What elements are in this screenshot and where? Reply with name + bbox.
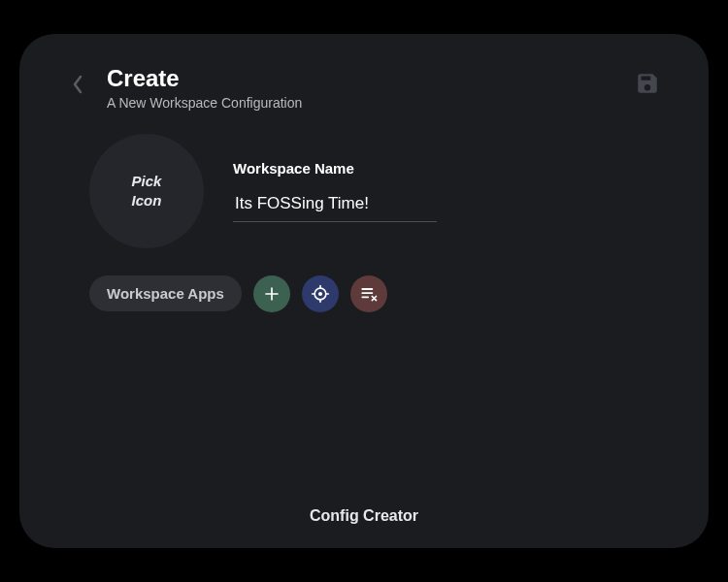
page-title: Create: [107, 65, 617, 93]
icon-picker[interactable]: PickIcon: [89, 134, 204, 248]
workspace-name-label: Workspace Name: [233, 160, 437, 177]
add-app-button[interactable]: [253, 275, 290, 312]
crosshair-icon: [311, 284, 330, 304]
list-remove-icon: [359, 284, 379, 304]
page-subtitle: A New Workspace Configuration: [107, 95, 617, 111]
workspace-name-input[interactable]: [233, 188, 437, 222]
footer-label: Config Creator: [66, 507, 662, 529]
config-creator-window: Create A New Workspace Configuration Pic…: [19, 34, 709, 548]
config-row: PickIcon Workspace Name: [89, 134, 662, 248]
locate-app-button[interactable]: [302, 275, 339, 312]
icon-picker-label: PickIcon: [132, 172, 162, 211]
clear-apps-button[interactable]: [350, 275, 387, 312]
plus-icon: [263, 285, 281, 303]
workspace-apps-row: Workspace Apps: [89, 275, 662, 312]
workspace-apps-label: Workspace Apps: [89, 275, 242, 311]
save-icon: [635, 71, 660, 96]
svg-point-1: [318, 292, 322, 296]
workspace-name-group: Workspace Name: [233, 160, 437, 222]
header: Create A New Workspace Configuration: [66, 65, 662, 111]
back-button[interactable]: [66, 73, 89, 96]
chevron-left-icon: [72, 75, 83, 94]
title-group: Create A New Workspace Configuration: [107, 65, 617, 111]
save-button[interactable]: [635, 71, 662, 98]
